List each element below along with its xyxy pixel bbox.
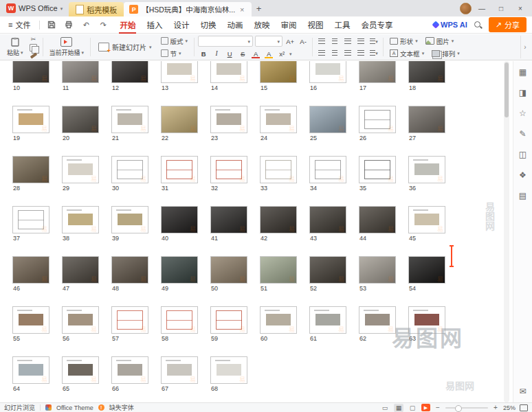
- docer-panel-icon[interactable]: ◨: [518, 87, 529, 98]
- ribbon-scroll-right-button[interactable]: ›: [520, 36, 529, 58]
- shape-button[interactable]: 形状 ▾: [387, 36, 421, 46]
- slide-thumbnail[interactable]: 易: [161, 206, 198, 233]
- undo-button[interactable]: ↶: [80, 19, 91, 30]
- font-size-select[interactable]: ▾: [255, 36, 282, 47]
- paste-button[interactable]: 粘贴 ▾: [4, 36, 26, 58]
- maximize-button[interactable]: □: [492, 0, 510, 16]
- slide-thumbnail[interactable]: 易: [309, 206, 346, 233]
- tab-视图[interactable]: 视图: [307, 16, 324, 33]
- bold-button[interactable]: B: [198, 49, 209, 58]
- tab-会员专享[interactable]: 会员专享: [360, 16, 393, 33]
- slide-thumbnail[interactable]: 易: [111, 206, 148, 233]
- docer-template-tab[interactable]: 稻壳模板: [69, 2, 124, 16]
- properties-panel-icon[interactable]: ▦: [518, 67, 529, 78]
- slide-thumbnail[interactable]: 易: [260, 206, 297, 233]
- pen-annotate-icon[interactable]: ✎: [518, 128, 529, 139]
- slide-thumbnail[interactable]: 易: [62, 106, 99, 133]
- slide-thumbnail[interactable]: 易: [62, 61, 99, 83]
- slide-thumbnail[interactable]: 易: [161, 106, 198, 133]
- slide-thumbnail[interactable]: 易: [210, 356, 247, 384]
- slide-thumbnail[interactable]: 易: [62, 306, 99, 334]
- slide-thumbnail[interactable]: 易: [309, 306, 346, 334]
- new-slide-button[interactable]: 新建幻灯片 ▾: [94, 36, 156, 58]
- theme-name[interactable]: Office Theme: [56, 404, 93, 411]
- font-family-select[interactable]: ▾: [198, 36, 253, 47]
- slide-thumbnail[interactable]: 易: [359, 256, 396, 284]
- tab-工具[interactable]: 工具: [333, 16, 351, 33]
- slide-thumbnail[interactable]: 易: [161, 356, 198, 384]
- zoom-slider-handle[interactable]: [455, 405, 462, 412]
- slide-thumbnail[interactable]: 易: [161, 256, 198, 284]
- app-menu-tab[interactable]: W WPS Office ▾: [0, 0, 69, 16]
- superscript-button[interactable]: x²: [276, 49, 287, 58]
- slide-thumbnail[interactable]: 易: [359, 206, 396, 233]
- tab-开始[interactable]: 开始: [119, 16, 136, 33]
- slide-thumbnail[interactable]: 易: [260, 306, 297, 334]
- help-chat-icon[interactable]: ✉: [518, 386, 529, 397]
- share-button[interactable]: ↗ 分享: [489, 17, 527, 32]
- slide-thumbnail[interactable]: 易: [12, 306, 49, 334]
- tab-插入[interactable]: 插入: [146, 16, 163, 33]
- tab-切换[interactable]: 切换: [199, 16, 217, 33]
- slide-thumbnail[interactable]: 易: [62, 206, 99, 233]
- print-button[interactable]: [63, 19, 74, 30]
- slide-thumbnail[interactable]: 易: [210, 206, 247, 233]
- font-color-button[interactable]: A: [250, 49, 261, 58]
- slide-sorter-area[interactable]: 易10易11易12易13易14易15易16易17易18易19易20易21易22易…: [0, 61, 513, 402]
- tab-审阅[interactable]: 审阅: [280, 16, 297, 33]
- zoom-out-button[interactable]: −: [434, 404, 441, 411]
- slide-thumbnail[interactable]: 易: [62, 156, 99, 183]
- italic-button[interactable]: I: [211, 49, 222, 58]
- slide-thumbnail[interactable]: 易: [111, 356, 148, 384]
- slide-thumbnail[interactable]: 易: [12, 106, 49, 133]
- new-tab-button[interactable]: +: [252, 0, 267, 16]
- slide-thumbnail[interactable]: 易: [210, 256, 247, 284]
- slide-thumbnail[interactable]: 易: [210, 156, 247, 183]
- minimize-button[interactable]: —: [473, 0, 491, 16]
- slide-thumbnail[interactable]: 易: [359, 306, 396, 334]
- scrollbar-thumb[interactable]: [505, 62, 509, 117]
- slide-thumbnail[interactable]: 易: [12, 61, 49, 83]
- slide-thumbnail[interactable]: 易: [408, 256, 445, 284]
- slide-thumbnail[interactable]: 易: [62, 256, 99, 284]
- slide-sorter-view-button[interactable]: ▦: [394, 404, 403, 412]
- chart-panel-icon[interactable]: ◫: [518, 149, 529, 160]
- align-right-button[interactable]: [342, 48, 353, 58]
- picture-button[interactable]: 图片 ▾: [423, 36, 457, 46]
- slide-thumbnail[interactable]: 易: [359, 106, 396, 133]
- copy-button[interactable]: [28, 44, 39, 52]
- slide-thumbnail[interactable]: 易: [408, 206, 445, 233]
- bullet-list-button[interactable]: [316, 36, 327, 46]
- zoom-slider[interactable]: [445, 407, 488, 409]
- tab-设计[interactable]: 设计: [173, 16, 190, 33]
- slide-thumbnail[interactable]: 易: [210, 61, 247, 83]
- slide-thumbnail[interactable]: 易: [161, 61, 198, 83]
- slide-thumbnail[interactable]: 易: [62, 356, 99, 384]
- justify-button[interactable]: [355, 48, 366, 58]
- missing-font-label[interactable]: 缺失字体: [109, 403, 134, 412]
- layout-button[interactable]: 版式 ▾: [158, 36, 191, 46]
- zoom-in-button[interactable]: +: [492, 404, 499, 411]
- format-painter-button[interactable]: [28, 53, 39, 58]
- slide-thumbnail[interactable]: 易: [111, 156, 148, 183]
- play-from-current-button[interactable]: 当前开始播 ▾: [47, 36, 87, 58]
- increase-font-button[interactable]: A+: [285, 36, 296, 46]
- slide-thumbnail[interactable]: 易: [309, 61, 346, 83]
- numbered-list-button[interactable]: [329, 36, 340, 46]
- reading-view-button[interactable]: ▢: [408, 404, 417, 412]
- textbox-button[interactable]: A 文本框 ▾: [387, 48, 427, 58]
- slide-thumbnail[interactable]: 易: [309, 106, 346, 133]
- wps-ai-button[interactable]: WPS AI: [433, 21, 467, 29]
- highlight-color-button[interactable]: A: [263, 49, 274, 58]
- slide-thumbnail[interactable]: 易: [309, 256, 346, 284]
- underline-button[interactable]: U: [224, 49, 235, 58]
- redo-button[interactable]: ↷: [98, 19, 109, 30]
- close-tab-icon[interactable]: ×: [239, 5, 245, 14]
- fit-to-window-icon[interactable]: [520, 404, 528, 411]
- strikethrough-button[interactable]: S: [237, 49, 248, 58]
- tab-动画[interactable]: 动画: [226, 16, 243, 33]
- slide-thumbnail[interactable]: 易: [210, 106, 247, 133]
- slide-thumbnail[interactable]: 易: [12, 156, 49, 183]
- layers-panel-icon[interactable]: ▤: [518, 190, 529, 201]
- search-icon[interactable]: [474, 21, 483, 30]
